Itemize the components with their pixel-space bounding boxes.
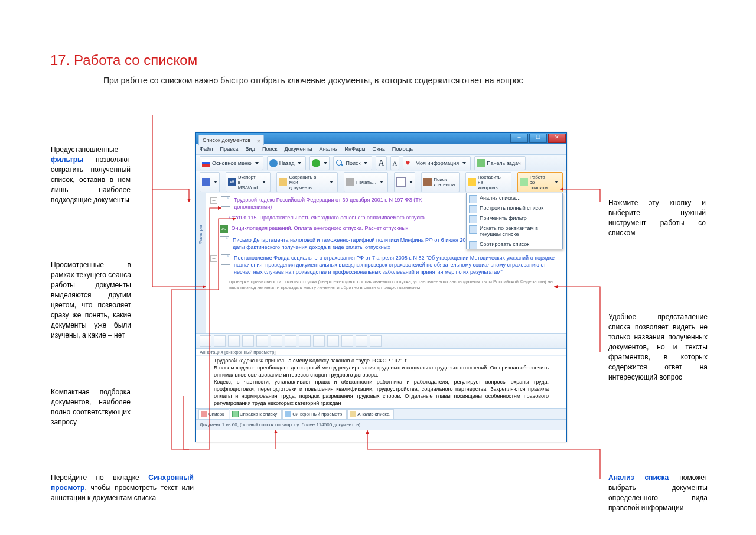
doc-button[interactable] [394,172,415,192]
ptool-btn[interactable] [200,335,211,347]
main-menu-button[interactable]: Основное меню [200,156,263,170]
min-button[interactable]: – [510,134,528,143]
document-icon [220,236,229,247]
ptool-btn[interactable] [271,335,282,347]
callout-filters: Предустановленные фильтры позволяют сокр… [51,145,131,205]
panel-icon [477,159,485,167]
annotation-text: Трудовой кодекс РФ пришел на смену Кодек… [196,356,566,408]
statusbar: Документ 1 из 60; (полный список по запр… [196,419,566,430]
callout-analyze: Анализ списка поможет выбрать документы … [608,473,708,513]
folder-icon [279,178,287,186]
binoculars-icon [423,178,432,186]
warning-icon [468,178,476,186]
ptool-btn[interactable] [256,335,268,347]
search-button[interactable]: Поиск [333,156,372,170]
flag-icon [202,159,210,167]
btab-list[interactable]: Список [198,409,229,419]
preview-toolbar [196,334,566,349]
save-mydocs-button[interactable]: Сохранить в Моидокументы [276,172,338,192]
titlebar: – ☐ ✕ Список документов✕ [196,133,566,144]
page-subheading: При работе со списком важно быстро отобр… [103,76,523,85]
tree-toggle-icon[interactable]: – [210,197,217,204]
printer-icon [346,178,354,186]
page-heading: 17. Работа со списком [50,52,197,69]
heart-icon: ♥ [405,159,413,167]
btab-help[interactable]: Справка к списку [230,409,282,419]
list-item[interactable]: – Постановление Фонда социального страхо… [210,254,562,275]
list-icon [520,178,528,186]
put-control-button[interactable]: Поставить наконтроль [465,172,511,192]
close-button[interactable]: ✕ [548,134,566,143]
export-word-button[interactable]: WЭкспорт вMS-Word [226,172,271,192]
ptool-btn[interactable] [228,335,240,347]
document-tab[interactable]: Список документов✕ [198,135,264,145]
context-search-button[interactable]: Поискконтекста [421,172,460,192]
encyclopedia-icon: эр [220,225,228,233]
tab-close-icon[interactable]: ✕ [256,137,261,146]
ptool-btn[interactable] [370,335,382,347]
ptool-btn[interactable] [313,335,325,347]
list-fragment: проверка правильности оплаты отпуска (св… [229,279,562,291]
annotation-label: Аннотация [синхронный просмотр] [196,349,566,356]
ptool-btn[interactable] [356,335,367,347]
ptool-btn[interactable] [341,335,353,347]
dd-sort[interactable]: Сортировать список [467,239,562,249]
toolbar-primary: Основное меню Назад Поиск A A ♥Моя инфор… [196,155,566,171]
btab-sync[interactable]: Синхронный просмотр [282,409,347,419]
list-ops-button[interactable]: Работа сосписком [517,172,563,192]
ptool-btn[interactable] [299,335,311,347]
forward-button[interactable] [309,156,330,170]
ptool-btn[interactable] [214,335,226,347]
dd-analyze[interactable]: Анализ списка… [467,193,562,203]
word-icon: W [228,178,236,186]
document-icon [221,196,230,207]
search-icon [335,159,344,167]
fontsize-aa-button[interactable]: A [390,156,400,170]
dd-full-list[interactable]: Построить полный список [467,203,562,213]
callout-viewed: Просмотренные в рамках текущего сеанса р… [51,260,131,341]
menubar[interactable]: ФайлПравкаВидПоискДокументыАнализИнФармО… [196,144,566,155]
toolbar-secondary: WЭкспорт вMS-Word Сохранить в Моидокумен… [196,171,566,193]
max-button[interactable]: ☐ [529,134,547,143]
bottom-tabs: Список Справка к списку Синхронный просм… [196,408,566,419]
back-icon [269,159,278,167]
dd-apply-filter[interactable]: Применить фильтр [467,213,562,223]
task-panel-button[interactable]: Панель задач [474,156,525,170]
list-ops-dropdown: Анализ списка… Построить полный список П… [466,193,563,249]
save-icon [202,178,210,186]
app-window: – ☐ ✕ Список документов✕ ФайлПравкаВидПо… [195,132,567,442]
filters-sidebar[interactable]: Фильтры [196,193,206,333]
document-icon [221,254,230,265]
back-button[interactable]: Назад [267,156,307,170]
callout-repr: Удобное представление списка позволяет в… [608,312,708,382]
callout-sync: Перейдите по вкладке Синхронный просмотр… [51,473,194,503]
callout-button: Нажмите эту кнопку и выберите нужный инс… [608,198,706,238]
ptool-btn[interactable] [242,335,254,347]
ptool-btn[interactable] [327,335,339,347]
preview-pane: Аннотация [синхронный просмотр] Трудовой… [196,333,566,408]
btab-analyze[interactable]: Анализ списка [347,409,394,419]
dd-search-props[interactable]: Искать по реквизитам в текущем списке [467,223,562,239]
my-info-button[interactable]: ♥Моя информация [403,156,471,170]
ptool-btn[interactable] [285,335,296,347]
forward-icon [312,159,320,167]
fontsize-a-button[interactable]: A [376,156,386,170]
save-button[interactable] [200,172,220,192]
doc-icon [396,177,406,187]
callout-compact: Компактная подборка документов, наиболее… [51,387,131,427]
tree-toggle-icon[interactable]: – [210,255,217,262]
print-button[interactable]: Печать… [344,172,388,192]
